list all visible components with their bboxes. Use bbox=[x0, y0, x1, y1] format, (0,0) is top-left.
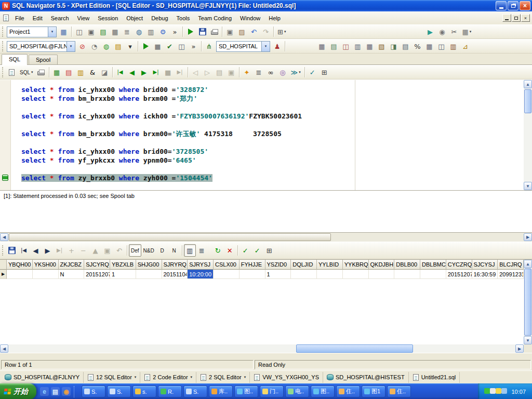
task-button[interactable]: 住.. bbox=[336, 385, 360, 397]
task-button[interactable]: R. bbox=[158, 385, 182, 397]
code-outline-button[interactable]: ≣ bbox=[253, 66, 265, 78]
scrollbar-thumb[interactable] bbox=[524, 89, 531, 113]
doc-item-sd-hospital-histest[interactable]: SD_HOSPITAL@HISTEST bbox=[323, 372, 409, 383]
scroll-right-button[interactable]: ▶ bbox=[524, 233, 532, 241]
doc-grid-button[interactable]: ▥ bbox=[145, 26, 157, 37]
exec-to-end-button[interactable]: ▶| bbox=[150, 66, 162, 78]
sql-line[interactable] bbox=[21, 121, 524, 129]
task-button[interactable]: s. bbox=[132, 385, 156, 397]
table-alter-button[interactable]: ▥ bbox=[75, 66, 87, 78]
column-header-ybzxlb[interactable]: YBZXLB bbox=[110, 260, 136, 270]
describe-button[interactable]: ▤ bbox=[63, 66, 75, 78]
mdi-minimize-button[interactable] bbox=[502, 14, 511, 22]
scroll-down-button[interactable]: ▼ bbox=[524, 336, 532, 344]
sql-line[interactable]: select * from bm_brxxb0 where brxm00='许玉… bbox=[21, 129, 524, 138]
menu-search[interactable]: Search bbox=[47, 13, 73, 23]
cell-dblbmc[interactable] bbox=[420, 270, 446, 279]
find-button[interactable]: ∞ bbox=[265, 66, 277, 78]
column-header-ybqh00[interactable]: YBQH00 bbox=[7, 260, 33, 270]
scrollbar-track[interactable] bbox=[8, 233, 524, 241]
row-indicator[interactable]: ▶ bbox=[0, 270, 7, 279]
sql-line[interactable]: select * from ic_yhxx00 where brid00 ='3… bbox=[21, 85, 524, 94]
toolbar-grip[interactable] bbox=[2, 41, 4, 51]
describe-check-button[interactable]: ✓ bbox=[307, 66, 318, 78]
verify-button[interactable]: ✔ bbox=[164, 41, 176, 52]
column-header-zkjcbz[interactable]: ZKJCBZ bbox=[59, 260, 85, 270]
column-header-yylbid[interactable]: YYLBID bbox=[317, 260, 343, 270]
editor-gutter[interactable] bbox=[0, 80, 11, 190]
triangle-tool-button[interactable]: ⊿ bbox=[459, 41, 471, 52]
overflow-chevron-button[interactable]: » bbox=[169, 26, 181, 37]
result-grid-options-button[interactable]: ⊞ bbox=[263, 244, 275, 257]
cell-sjrysj[interactable]: 10:20:00 bbox=[188, 270, 214, 279]
save-button[interactable] bbox=[196, 26, 208, 37]
cell-cyczrq[interactable]: 20151207 bbox=[446, 270, 472, 279]
mdi-close-button[interactable]: × bbox=[521, 14, 530, 22]
toggle-d-button[interactable]: D bbox=[156, 244, 168, 257]
session-window-button[interactable]: ▣ bbox=[85, 26, 97, 37]
tab-spool[interactable]: Spool bbox=[29, 55, 58, 64]
menu-team-coding[interactable]: Team Coding bbox=[194, 13, 236, 23]
object-stack-button[interactable]: ≣ bbox=[121, 26, 133, 37]
scroll-up-button[interactable]: ▲ bbox=[524, 80, 532, 88]
toggle-nd-button[interactable]: N&D bbox=[141, 244, 156, 257]
task-button[interactable]: 库.. bbox=[209, 385, 233, 397]
table-tool-button[interactable]: ▦ bbox=[364, 41, 376, 52]
grid-vertical-scrollbar[interactable]: ▲ ▼ bbox=[524, 260, 532, 344]
db-check-button[interactable]: ◫ bbox=[176, 41, 188, 52]
editor-text-area[interactable]: select * from ic_yhxx00 where brid00 ='3… bbox=[11, 80, 524, 190]
table-tool-button[interactable]: ◫ bbox=[435, 41, 447, 52]
exec-to-first-button[interactable]: |◀ bbox=[114, 66, 126, 78]
scroll-right-button[interactable]: ▶ bbox=[515, 344, 524, 353]
task-button[interactable]: 门.. bbox=[260, 385, 284, 397]
run-button[interactable] bbox=[184, 26, 196, 37]
cell-shjg00[interactable] bbox=[136, 270, 162, 279]
next-record-button[interactable]: ▶ bbox=[42, 244, 54, 257]
print-button[interactable] bbox=[208, 26, 220, 37]
scroll-left-button[interactable]: ◀ bbox=[0, 233, 8, 241]
more-chevron-button[interactable]: » bbox=[188, 41, 200, 52]
profiler-button[interactable]: ◉ bbox=[436, 26, 448, 37]
column-header-shjg00[interactable]: SHJG00 bbox=[136, 260, 162, 270]
volume-tray-icon[interactable] bbox=[496, 388, 501, 394]
ampersand-substitution-button[interactable]: & bbox=[87, 66, 99, 78]
task-button[interactable]: S. bbox=[183, 385, 207, 397]
project-combo-dropdown-button[interactable]: ▼ bbox=[48, 27, 56, 37]
table-row[interactable]: ▶N2015120712015110410:20:0012015120716:3… bbox=[0, 270, 532, 279]
first-record-button[interactable]: |◀ bbox=[18, 244, 30, 257]
step-back-button[interactable]: ◀ bbox=[126, 66, 138, 78]
prior-record-button[interactable]: ◀ bbox=[30, 244, 42, 257]
doc-item-12-sql-editor[interactable]: 12 SQL Editor▾ bbox=[84, 372, 140, 383]
menu-window[interactable]: Window bbox=[236, 13, 264, 23]
menu-edit[interactable]: Edit bbox=[29, 13, 47, 23]
column-header-yszid0[interactable]: YSZID0 bbox=[265, 260, 291, 270]
sql-line[interactable]: select * from yf_ypkcxx where ypnm00='64… bbox=[21, 156, 524, 165]
scroll-left-button[interactable]: ◀ bbox=[0, 344, 8, 353]
scrollbar-thumb[interactable] bbox=[9, 233, 331, 241]
doc-item-untitled21-sql[interactable]: Untitled21.sql bbox=[409, 372, 460, 383]
percent-tool-button[interactable]: % bbox=[411, 41, 423, 52]
scroll-up-button[interactable]: ▲ bbox=[524, 260, 532, 268]
media-player-icon[interactable]: ◉ bbox=[62, 387, 71, 396]
copy-button[interactable]: ▣ bbox=[224, 26, 236, 37]
grid-options-button[interactable]: ▦▾ bbox=[460, 26, 473, 37]
sql-line[interactable]: select * from bm_brxxb0 where brxm00 ='郑… bbox=[21, 94, 524, 103]
cell-yksh00[interactable] bbox=[33, 270, 59, 279]
column-header-qkdjbh[interactable]: QKDJBH bbox=[369, 260, 395, 270]
editor-grid-button[interactable]: ⊞ bbox=[318, 66, 330, 78]
goto-chevron-button[interactable]: ≫▾ bbox=[289, 66, 303, 78]
sql-line[interactable] bbox=[21, 165, 524, 174]
benchmark-button[interactable]: ▶ bbox=[424, 26, 436, 37]
column-header-blcjrq[interactable]: BLCJRQ bbox=[498, 260, 524, 270]
mdi-restore-button[interactable] bbox=[512, 14, 521, 22]
task-button[interactable]: S. bbox=[107, 385, 131, 397]
column-header-sjrysj[interactable]: SJRYSJ bbox=[188, 260, 214, 270]
refresh-button[interactable]: ↻ bbox=[212, 244, 224, 257]
safety-tray-icon[interactable] bbox=[490, 388, 496, 394]
show-desktop-icon[interactable]: ▤ bbox=[51, 387, 60, 396]
card-button[interactable]: ▤ bbox=[112, 41, 124, 52]
scrollbar-thumb[interactable] bbox=[524, 269, 531, 336]
table-tool-button[interactable]: ◨ bbox=[388, 41, 400, 52]
execute-button[interactable] bbox=[140, 41, 152, 52]
column-header-cslx00[interactable]: CSLX00 bbox=[214, 260, 240, 270]
